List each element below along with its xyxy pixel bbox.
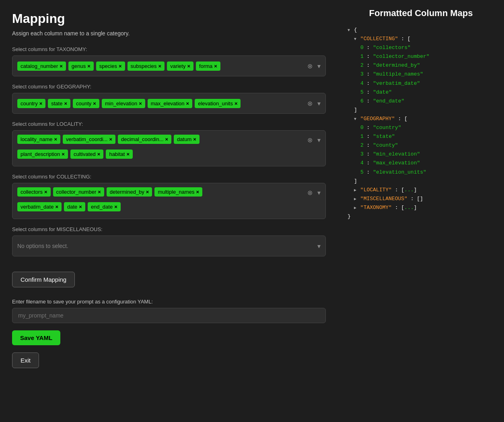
- filename-label: Enter filename to save your prompt as a …: [12, 299, 326, 305]
- tag-cultivated[interactable]: cultivated ×: [70, 150, 104, 159]
- right-panel: Formatted Column Maps ▼ { ▼ "COLLECTING"…: [338, 0, 504, 422]
- geography-triangle: ▼: [354, 117, 356, 121]
- tag-locality-name[interactable]: locality_name ×: [17, 135, 60, 144]
- taxonomy-json-triangle: ▶: [354, 206, 356, 210]
- filename-input[interactable]: [12, 308, 326, 323]
- tag-catalog-number[interactable]: catalog_number ×: [17, 61, 66, 71]
- tag-determined-by[interactable]: determined_by ×: [107, 187, 152, 197]
- collecting-triangle: ▼: [354, 37, 356, 41]
- tag-country[interactable]: country ×: [17, 99, 45, 108]
- exit-button[interactable]: Exit: [12, 352, 39, 368]
- tag-collectors[interactable]: collectors ×: [17, 187, 51, 197]
- page-subtitle: Assign each column name to a single cate…: [12, 30, 326, 37]
- miscellaneous-label: Select columns for MISCELLANEOUS:: [12, 226, 326, 232]
- locality-label: Select columns for LOCALITY:: [12, 121, 326, 127]
- geography-label: Select columns for GEOGRAPHY:: [12, 84, 326, 90]
- miscellaneous-container: No options to select. ▾: [12, 236, 326, 256]
- tag-end-date[interactable]: end_date ×: [88, 202, 121, 211]
- left-panel: Mapping Assign each column name to a sin…: [0, 0, 338, 422]
- tag-variety[interactable]: variety ×: [167, 61, 193, 71]
- miscellaneous-dropdown-button[interactable]: ▾: [317, 242, 321, 251]
- taxonomy-actions: ⊗ ▾: [307, 61, 321, 71]
- tag-datum[interactable]: datum ×: [174, 135, 200, 144]
- miscellaneous-actions: ▾: [317, 242, 321, 251]
- tag-plant-description[interactable]: plant_description ×: [17, 150, 68, 159]
- tag-state[interactable]: state ×: [48, 99, 70, 108]
- tag-min-elevation[interactable]: min_elevation ×: [102, 99, 145, 108]
- locality-clear-button[interactable]: ⊗: [307, 135, 313, 145]
- locality-triangle: ▶: [354, 188, 356, 193]
- tag-genus[interactable]: genus ×: [68, 61, 94, 71]
- geography-container: country × state × county × min_elevation…: [12, 93, 326, 114]
- collecting-clear-button[interactable]: ⊗: [307, 188, 313, 197]
- json-tree: ▼ { ▼ "COLLECTING" : [ 0 : "collectors" …: [348, 26, 494, 221]
- locality-dropdown-button[interactable]: ▾: [317, 135, 321, 145]
- save-yaml-button[interactable]: Save YAML: [12, 330, 60, 345]
- tag-multiple-names[interactable]: multiple_names ×: [154, 187, 202, 197]
- locality-container: locality_name × verbatim_coordi... × dec…: [12, 130, 326, 166]
- tag-subspecies[interactable]: subspecies ×: [128, 61, 165, 71]
- no-options-text: No options to select.: [17, 243, 321, 249]
- taxonomy-dropdown-button[interactable]: ▾: [317, 61, 321, 71]
- tag-decimal-coordin[interactable]: decimal_coordin... ×: [118, 135, 171, 144]
- taxonomy-label: Select columns for TAXONOMY:: [12, 46, 326, 52]
- taxonomy-container: catalog_number × genus × species × subsp…: [12, 55, 326, 76]
- collecting-actions: ⊗ ▾: [307, 188, 321, 197]
- main-layout: Mapping Assign each column name to a sin…: [0, 0, 504, 422]
- tag-elevation-units[interactable]: elevation_units ×: [195, 99, 241, 108]
- root-triangle: ▼: [348, 28, 350, 33]
- taxonomy-clear-button[interactable]: ⊗: [307, 61, 313, 71]
- tag-forma[interactable]: forma ×: [196, 61, 220, 71]
- page-title: Mapping: [12, 11, 326, 26]
- geography-dropdown-button[interactable]: ▾: [317, 99, 321, 108]
- tag-verbatim-coordi[interactable]: verbatim_coordi... ×: [63, 135, 115, 144]
- collecting-dropdown-button[interactable]: ▾: [317, 188, 321, 197]
- tag-verbatim-date[interactable]: verbatim_date ×: [17, 202, 62, 211]
- geography-actions: ⊗ ▾: [307, 99, 321, 108]
- geography-clear-button[interactable]: ⊗: [307, 99, 313, 108]
- confirm-mapping-button[interactable]: Confirm Mapping: [12, 272, 75, 287]
- miscellaneous-triangle: ▶: [354, 197, 356, 201]
- locality-actions: ⊗ ▾: [307, 135, 321, 145]
- tag-county[interactable]: county ×: [73, 99, 99, 108]
- tag-species[interactable]: species ×: [96, 61, 125, 71]
- collecting-label: Select columns for COLLECTING:: [12, 174, 326, 180]
- tag-date[interactable]: date ×: [64, 202, 85, 211]
- json-panel-title: Formatted Column Maps: [348, 8, 494, 18]
- tag-collector-number[interactable]: collector_number ×: [53, 187, 104, 197]
- tag-max-elevation[interactable]: max_elevation ×: [148, 99, 192, 108]
- collecting-container: collectors × collector_number × determin…: [12, 183, 326, 219]
- tag-habitat[interactable]: habitat ×: [106, 150, 133, 159]
